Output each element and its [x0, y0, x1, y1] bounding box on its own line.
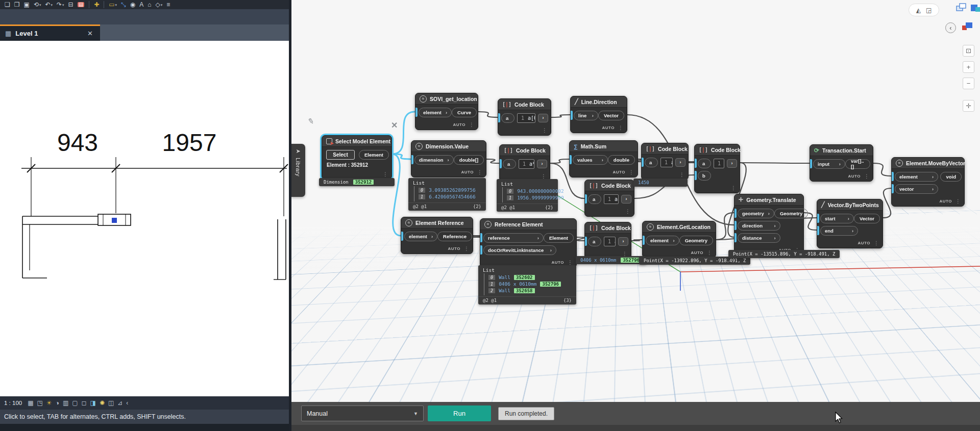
node-header[interactable]: [|]Code Block: [585, 180, 634, 191]
code-input[interactable]: 1a/2;: [660, 158, 673, 167]
node-header[interactable]: ≈Dimension.Value: [411, 141, 486, 152]
wire-cb_a00-to-line_dir[interactable]: [551, 115, 570, 117]
lacing-auto-label[interactable]: AUTO: [461, 170, 474, 174]
wire-cb_sub-to-transaction[interactable]: [740, 163, 810, 163]
element-id-badge[interactable]: 352602: [514, 275, 535, 280]
wire-ref_elem-to-cb_a1[interactable]: [577, 237, 584, 241]
input-port-a[interactable]: a: [698, 159, 711, 168]
collapse-icon[interactable]: ‹: [126, 400, 128, 406]
wire-transaction-to-move_vec[interactable]: [873, 163, 891, 176]
wire-vec_2pts-to-move_vec[interactable]: [883, 188, 891, 218]
input-port-a[interactable]: a: [503, 159, 516, 169]
node-element-reference[interactable]: ≈Element Referenceelement›ReferenceAUTO⋮: [401, 217, 473, 254]
element-id-badge[interactable]: 352658: [514, 288, 535, 293]
detail-level-icon[interactable]: ▦: [28, 400, 33, 406]
graph-view-icon[interactable]: [955, 3, 967, 14]
node-menu-icon[interactable]: ⋮: [707, 250, 712, 256]
code-input[interactable]: 1a[0];: [604, 194, 619, 204]
element-id-badge[interactable]: 352796: [621, 258, 642, 263]
node-header[interactable]: ≈Element Reference: [401, 217, 473, 229]
pan-button[interactable]: ✛: [963, 100, 974, 112]
view-scale[interactable]: 1 : 100: [4, 400, 22, 406]
output-port-var[interactable]: var[]..[]: [845, 159, 870, 169]
synchronize-icon[interactable]: ⟲▾: [32, 0, 43, 9]
node-header[interactable]: ✛Geometry.Translate: [734, 194, 803, 206]
node-code-block[interactable]: [|]Code Blocka1a[0][0];›⋮: [498, 98, 551, 136]
node-header[interactable]: ≈Element.MoveByVector: [892, 158, 964, 169]
node-header[interactable]: ⟳Transaction.Start: [810, 145, 873, 156]
node-menu-icon[interactable]: ⋮: [625, 209, 630, 214]
output-port-reference[interactable]: Reference: [437, 232, 472, 241]
temporary-hide-isolate-icon[interactable]: ◨: [90, 400, 96, 406]
pin-icon[interactable]: ✚: [92, 0, 101, 9]
node-header[interactable]: ╱Line.Direction: [571, 96, 627, 108]
preview-view-icon[interactable]: [970, 3, 980, 14]
output-port[interactable]: ›: [537, 160, 547, 168]
node-transaction-start[interactable]: ⟳Transaction.Startinput›var[]..[]AUTO⋮: [810, 144, 873, 182]
node-menu-icon[interactable]: ⋮: [469, 122, 474, 128]
section-icon[interactable]: ◇▾: [154, 0, 164, 9]
print-icon[interactable]: ⊟: [67, 0, 75, 9]
node-line-direction[interactable]: ╱Line.Directionline›VectorAUTO⋮: [570, 96, 627, 133]
show-crop-region-icon[interactable]: ◻: [82, 400, 87, 406]
output-port-element[interactable]: Element: [544, 233, 574, 243]
output-port[interactable]: ›: [675, 158, 685, 167]
node-menu-icon[interactable]: ⋮: [464, 246, 469, 251]
run-button[interactable]: Run: [428, 405, 491, 421]
lacing-auto-label[interactable]: AUTO: [939, 199, 952, 204]
export-workspace-icon[interactable]: ◲: [926, 7, 932, 14]
node-header[interactable]: ➤Select Model Element: [322, 136, 391, 147]
undo-icon[interactable]: ↶▾: [43, 0, 54, 9]
input-port-docorrevitlinkinstance[interactable]: docOrRevitLinkInstance›: [483, 245, 556, 255]
node-menu-icon[interactable]: ⋮: [541, 173, 546, 179]
close-hidden-windows-icon[interactable]: ▤: [76, 0, 86, 9]
shadows-icon[interactable]: ◑: [56, 400, 59, 406]
text-icon[interactable]: A: [138, 0, 145, 9]
output-port[interactable]: ›: [727, 159, 737, 168]
run-status-button[interactable]: Run completed.: [498, 407, 554, 420]
node-vector-bytwopoints[interactable]: ╱Vector.ByTwoPointsstart›Vectorend›AUTO⋮: [817, 199, 883, 248]
node-header[interactable]: [|]Code Block: [695, 144, 740, 156]
reveal-hidden-elements-icon[interactable]: ✺: [100, 400, 105, 406]
lacing-auto-label[interactable]: AUTO: [857, 241, 870, 245]
crop-view-icon[interactable]: ▢: [72, 400, 78, 406]
node-code-block[interactable]: [|]Code Blocka1a*304.8;›⋮: [499, 144, 550, 182]
input-port-vector[interactable]: vector›: [895, 184, 938, 194]
code-input[interactable]: 1a[1];: [604, 237, 616, 246]
node-menu-icon[interactable]: ⋮: [383, 171, 388, 177]
input-port-element[interactable]: element›: [646, 236, 679, 245]
node-header[interactable]: ╱Vector.ByTwoPoints: [817, 199, 883, 211]
tag-by-category-icon[interactable]: ◉: [129, 0, 137, 9]
floor-plan-canvas[interactable]: 943 1957: [0, 41, 290, 396]
default-3d-view-icon[interactable]: ⌂: [146, 0, 153, 9]
node-menu-icon[interactable]: ⋮: [542, 128, 547, 133]
open-icon[interactable]: ❐: [13, 0, 21, 9]
output-port-vector[interactable]: Vector: [854, 214, 880, 223]
node-select-model-element[interactable]: ➤Select Model ElementSelectElementElemen…: [322, 135, 392, 180]
node-menu-icon[interactable]: ⋮: [618, 125, 623, 131]
output-port-void[interactable]: void: [940, 172, 962, 182]
lacing-auto-label[interactable]: AUTO: [691, 250, 703, 255]
input-port-start[interactable]: start›: [820, 214, 854, 223]
output-port[interactable]: ›: [621, 195, 631, 204]
input-port-values[interactable]: values›: [573, 155, 608, 165]
input-port-a[interactable]: a: [501, 113, 514, 123]
pane-divider[interactable]: [289, 0, 291, 431]
input-port-element[interactable]: element›: [404, 232, 437, 241]
code-input[interactable]: 1a*304.8;: [519, 159, 534, 169]
output-port-geometry[interactable]: Geometry: [774, 209, 808, 218]
input-port-a[interactable]: a: [645, 158, 658, 167]
visual-style-icon[interactable]: ◳: [37, 400, 43, 406]
customize-quick-access-toolbar-icon[interactable]: ≡: [165, 0, 172, 9]
background-preview-icon[interactable]: [962, 21, 974, 32]
node-header[interactable]: [|]Code Block: [500, 145, 550, 156]
node-code-block[interactable]: [|]Code Blocka1a/2;›⋮: [641, 143, 689, 180]
output-port-vector[interactable]: Vector: [598, 111, 624, 120]
input-port-element[interactable]: element›: [419, 108, 452, 117]
element-id-badge[interactable]: 352912: [353, 180, 374, 185]
output-port-element[interactable]: Element: [359, 150, 389, 160]
node-sovi-get-location[interactable]: ≈SOVI_get_locationelement›CurveAUTO⋮: [415, 93, 478, 130]
input-port-line[interactable]: line›: [574, 111, 598, 120]
lacing-auto-label[interactable]: AUTO: [848, 174, 861, 179]
node-code-block[interactable]: [|]Code Blocka1a-b;›b⋮: [694, 144, 740, 193]
